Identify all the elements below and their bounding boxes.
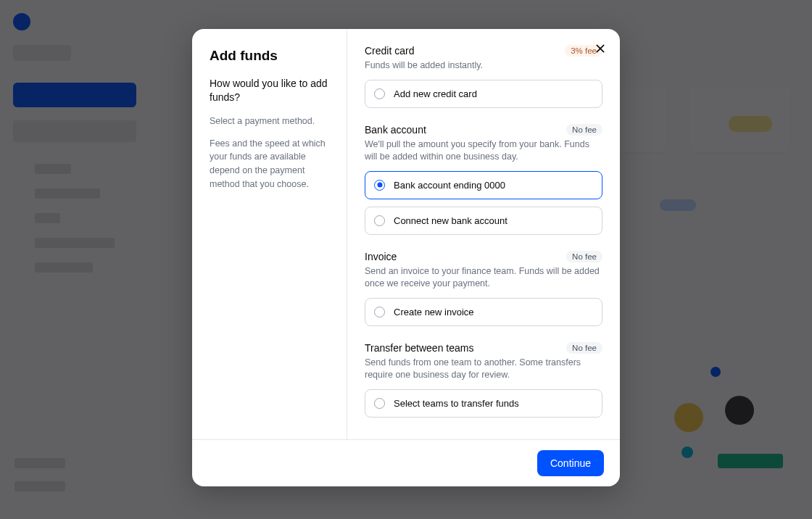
section-description: Send an invoice to your finance team. Fu… <box>365 265 602 291</box>
modal-right-panel: Credit card 3% fee Funds will be added i… <box>347 29 620 439</box>
option-label: Bank account ending 0000 <box>394 180 505 191</box>
section-title: Credit card <box>365 45 414 57</box>
section-description: Send funds from one team to another. Som… <box>365 357 602 382</box>
section-description: We'll pull the amount you specify from y… <box>365 138 602 164</box>
option-add-credit-card[interactable]: Add new credit card <box>365 80 602 108</box>
fee-badge: No fee <box>566 124 602 136</box>
radio-icon <box>374 88 385 99</box>
fee-badge: No fee <box>566 342 602 354</box>
radio-icon <box>374 398 385 409</box>
modal-instruction: Select a payment method. <box>210 115 329 128</box>
section-title: Transfer between teams <box>365 342 473 354</box>
modal-subtitle: How would you like to add funds? <box>210 77 329 104</box>
close-button[interactable] <box>592 41 608 57</box>
radio-icon <box>374 307 385 317</box>
option-connect-bank[interactable]: Connect new bank account <box>365 207 602 235</box>
close-icon <box>594 43 606 54</box>
section-description: Funds will be added instantly. <box>365 59 602 72</box>
option-create-invoice[interactable]: Create new invoice <box>365 298 602 326</box>
option-label: Connect new bank account <box>394 215 508 226</box>
radio-icon <box>374 215 385 226</box>
section-credit-card: Credit card 3% fee Funds will be added i… <box>365 45 602 108</box>
add-funds-modal: Add funds How would you like to add fund… <box>192 29 620 486</box>
option-label: Select teams to transfer funds <box>394 398 519 409</box>
option-bank-ending[interactable]: Bank account ending 0000 <box>365 171 602 199</box>
section-transfer: Transfer between teams No fee Send funds… <box>365 342 602 418</box>
radio-icon <box>374 180 385 191</box>
section-invoice: Invoice No fee Send an invoice to your f… <box>365 251 602 326</box>
section-title: Invoice <box>365 251 397 262</box>
modal-disclaimer: Fees and the speed at which your funds a… <box>210 137 329 191</box>
fee-badge: No fee <box>566 251 602 262</box>
modal-title: Add funds <box>210 48 329 64</box>
modal-footer: Continue <box>192 439 620 486</box>
option-label: Create new invoice <box>394 307 474 317</box>
option-label: Add new credit card <box>394 88 477 99</box>
continue-button[interactable]: Continue <box>537 450 604 476</box>
option-select-teams[interactable]: Select teams to transfer funds <box>365 389 602 418</box>
section-bank-account: Bank account No fee We'll pull the amoun… <box>365 124 602 235</box>
section-title: Bank account <box>365 124 426 136</box>
modal-left-panel: Add funds How would you like to add fund… <box>192 29 347 439</box>
